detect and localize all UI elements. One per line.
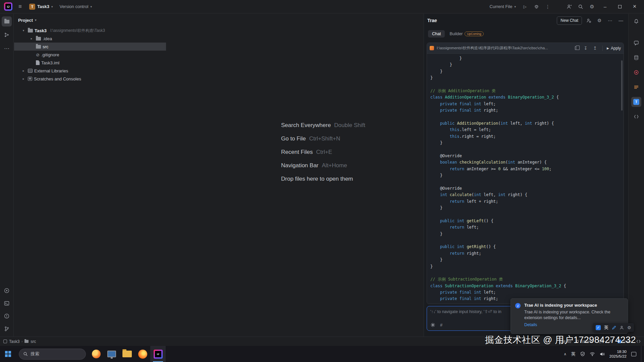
more-toolwindows-button[interactable]: ⋯ (2, 43, 12, 53)
project-toolwindow-button[interactable] (2, 16, 12, 26)
trae-panel-header: Trae New Chat ⚙ ⋯ — (424, 14, 628, 27)
breadcrumb-path[interactable]: src (31, 339, 36, 344)
taskbar-clock[interactable]: 18:30 2025/5/22 (609, 349, 627, 359)
terminal-icon (4, 301, 9, 306)
ime-user-icon[interactable] (620, 325, 624, 330)
version-control-toolwindow-button[interactable] (2, 324, 12, 334)
taskbar-search[interactable]: 搜索 (19, 349, 86, 360)
ai-assistant-button[interactable] (631, 38, 641, 48)
ime-language-indicator[interactable]: 英 (604, 324, 608, 330)
show-desktop-button[interactable] (641, 346, 643, 362)
taskbar-app-idea[interactable]: IJ (150, 346, 166, 362)
chevron-right-icon[interactable]: ▸ (21, 77, 26, 80)
chevron-right-icon: › (21, 340, 22, 343)
taskbar-app-firefox[interactable] (135, 346, 150, 362)
statusbar-breadcrumb[interactable]: Task3 › src (3, 339, 36, 344)
tab-builder[interactable]: Builder UpComing (449, 32, 483, 36)
current-file-label: Current File (490, 4, 513, 9)
code-line (430, 270, 624, 276)
ime-language-indicator[interactable]: 英 (571, 351, 576, 357)
libraries-icon (28, 69, 33, 73)
tray-expand-button[interactable]: ∧ (564, 352, 567, 356)
trae-more-button[interactable]: ⋯ (606, 16, 614, 24)
tree-item-task3-iml[interactable]: Task3.iml (14, 59, 166, 67)
play-icon: ▷ (523, 4, 526, 9)
wifi-icon[interactable] (590, 352, 595, 356)
monitor-icon (107, 351, 116, 357)
git-branch-icon (4, 326, 9, 331)
apply-button[interactable]: ▶ Apply (607, 46, 621, 51)
trae-settings-button[interactable]: ⚙ (595, 16, 603, 24)
breadcrumb-project[interactable]: Task3 (9, 339, 19, 344)
ime-pen-icon[interactable] (612, 325, 616, 330)
chevron-right-icon[interactable]: ▸ (29, 37, 34, 40)
code-line: } (430, 140, 624, 146)
maximize-icon (618, 5, 622, 8)
main-menu-button[interactable]: ≡ (15, 2, 25, 12)
minimize-button[interactable]: – (598, 0, 612, 13)
create-file-button[interactable]: ↥ (592, 45, 598, 52)
code-file-path: I:\assignments\软件构造\程序源代码\源程序\Task2\src\… (437, 46, 548, 51)
toast-details-link[interactable]: Details (524, 322, 537, 327)
layout-icon[interactable] (636, 339, 641, 344)
project-selector[interactable]: T Task3 ▾ (26, 2, 55, 12)
tree-item-scratches[interactable]: ▸ Scratches and Consoles (14, 75, 166, 83)
code-scrollbar[interactable] (621, 60, 623, 111)
tree-item-src[interactable]: src (14, 43, 166, 51)
project-panel-header[interactable]: Project ▾ (14, 14, 166, 26)
start-button[interactable] (0, 346, 16, 362)
problems-toolwindow-button[interactable] (2, 311, 12, 321)
run-button[interactable]: ▷ (520, 2, 530, 12)
tray-date: 2025/5/22 (609, 354, 627, 359)
trae-account-button[interactable] (585, 16, 593, 24)
settings-button[interactable]: ⚙ (587, 2, 597, 12)
tree-item-gitignore[interactable]: ⊘ .gitignore (14, 51, 166, 59)
context-hash-icon[interactable]: # (440, 322, 442, 327)
profiler-button[interactable] (631, 67, 641, 77)
taskbar-app-explorer[interactable] (119, 346, 135, 362)
trae-minimize-button[interactable]: — (617, 16, 625, 24)
terminal-toolwindow-button[interactable] (2, 298, 12, 308)
debug-button[interactable] (531, 2, 541, 12)
model-selector-icon[interactable] (430, 322, 435, 327)
notifications-button[interactable] (631, 16, 641, 26)
tree-item-external-libraries[interactable]: ▸ External Libraries (14, 67, 166, 75)
code-line: } (430, 263, 624, 270)
search-everywhere-button[interactable] (576, 2, 586, 12)
gradle-button[interactable] (631, 82, 641, 92)
database-button[interactable] (631, 53, 641, 63)
structure-toolwindow-button[interactable] (2, 30, 12, 40)
security-check-icon[interactable] (580, 352, 585, 356)
code-line: return right; (430, 250, 624, 257)
run-toolwindow-button[interactable] (2, 286, 12, 296)
new-chat-button[interactable]: New Chat (557, 16, 582, 25)
tab-chat[interactable]: Chat (428, 30, 445, 38)
trae-tabs: Chat Builder UpComing (424, 27, 628, 41)
chevron-down-icon[interactable]: ▾ (21, 29, 26, 32)
version-control-selector[interactable]: Version control ▾ (57, 2, 95, 12)
trae-plugin-button[interactable]: T (631, 97, 641, 107)
close-button[interactable]: × (628, 0, 641, 13)
chevron-right-icon[interactable]: ▸ (21, 69, 26, 72)
notification-center-icon[interactable] (631, 352, 636, 356)
taskbar-app-display[interactable] (104, 346, 119, 362)
more-actions-button[interactable]: ⋮ (543, 2, 553, 12)
volume-icon[interactable] (600, 352, 605, 356)
tree-item-task3[interactable]: ▾ Task3 I:\assignments\软件构造\Task3 (14, 26, 166, 35)
run-configuration-selector[interactable]: Current File ▾ (487, 2, 519, 12)
maximize-button[interactable] (613, 0, 627, 13)
merge-requests-button[interactable] (631, 112, 641, 122)
code-content[interactable]: } } }} // 示例 AdditionOperation 类class Ad… (427, 54, 624, 304)
editor-empty-hints: Search Everywhere Double Shift Go to Fil… (281, 122, 365, 189)
copy-code-button[interactable] (573, 45, 580, 52)
ime-check-icon[interactable]: ✓ (596, 325, 601, 330)
ime-settings-icon[interactable]: ⚙ (627, 325, 631, 330)
code-card-header: I:\assignments\软件构造\程序源代码\源程序\Task2\src\… (427, 43, 624, 54)
profiler-icon (634, 70, 639, 75)
folder-icon (122, 351, 132, 357)
taskbar-app-emoji[interactable] (89, 346, 104, 362)
code-line (430, 179, 624, 185)
code-with-me-button[interactable] (564, 2, 574, 12)
insert-code-button[interactable]: ↧ (582, 45, 589, 52)
tree-item-idea[interactable]: ▸ .idea (14, 35, 166, 43)
